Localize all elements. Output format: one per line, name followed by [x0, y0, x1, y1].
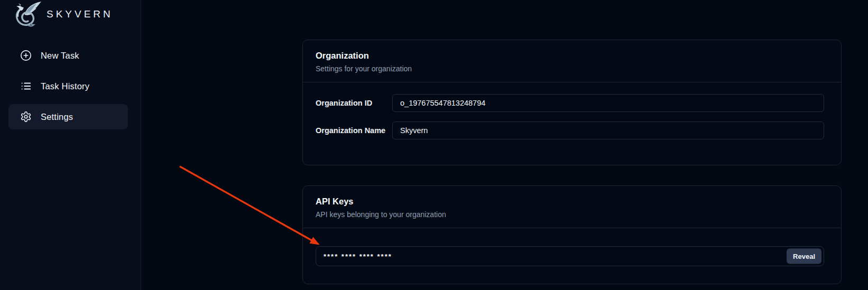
brand-logo[interactable]: SKYVERN [15, 1, 113, 27]
gear-icon [20, 111, 32, 123]
api-keys-card-body: **** **** **** **** Reveal [303, 228, 841, 266]
sidebar-item-label: New Task [41, 51, 79, 61]
organization-name-label: Organization Name [316, 126, 392, 135]
organization-id-label: Organization ID [316, 99, 392, 107]
api-keys-card-subtitle: API keys belonging to your organization [316, 210, 828, 228]
organization-card-title: Organization [316, 51, 828, 61]
sidebar-item-settings[interactable]: Settings [8, 104, 128, 129]
list-icon [20, 80, 32, 92]
organization-id-row: Organization ID [316, 94, 824, 112]
organization-card: Organization Settings for your organizat… [302, 40, 842, 165]
organization-card-body: Organization ID Organization Name [303, 82, 841, 139]
sidebar-item-label: Task History [41, 81, 89, 91]
sidebar-nav: New Task Task History Settings [8, 43, 128, 129]
settings-page: Organization Settings for your organizat… [141, 0, 868, 290]
sidebar-item-task-history[interactable]: Task History [8, 73, 128, 99]
api-keys-card-header: API Keys API keys belonging to your orga… [303, 186, 841, 228]
sidebar-item-label: Settings [41, 112, 73, 122]
organization-name-input[interactable] [392, 121, 824, 139]
organization-name-row: Organization Name [316, 121, 824, 139]
api-key-field[interactable]: **** **** **** **** Reveal [316, 246, 824, 266]
sidebar-item-new-task[interactable]: New Task [8, 43, 128, 68]
plus-circle-icon [20, 50, 32, 61]
api-key-masked-value: **** **** **** **** [324, 252, 392, 260]
sidebar: SKYVERN New Task Task History Settings [0, 0, 141, 290]
skyvern-dragon-icon [15, 1, 42, 27]
brand-name: SKYVERN [47, 8, 113, 20]
api-keys-card: API Keys API keys belonging to your orga… [302, 185, 842, 284]
organization-id-input[interactable] [392, 94, 824, 112]
reveal-button[interactable]: Reveal [787, 249, 821, 264]
api-keys-card-title: API Keys [316, 197, 828, 207]
organization-card-header: Organization Settings for your organizat… [303, 40, 841, 82]
organization-card-subtitle: Settings for your organization [316, 64, 828, 82]
